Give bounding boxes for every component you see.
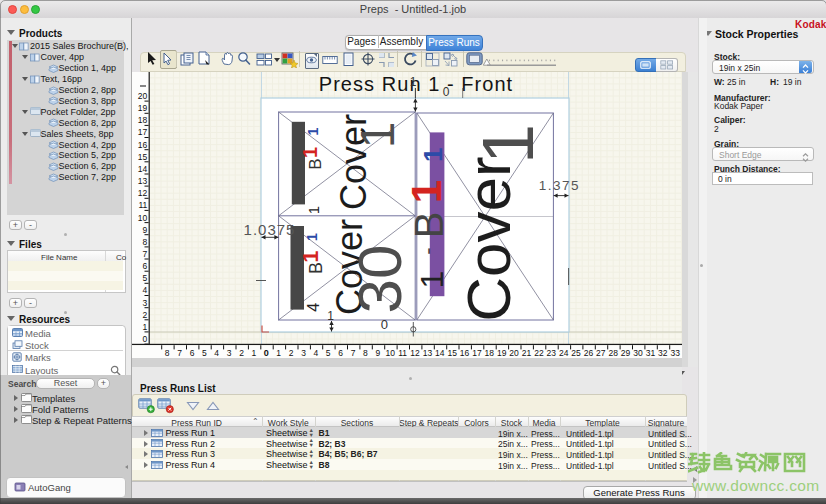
svg-text:1: 1 (304, 233, 320, 241)
svg-text:0: 0 (381, 317, 388, 332)
svg-text:5: 5 (326, 348, 331, 358)
svg-text:1: 1 (143, 322, 148, 332)
svg-text:1: 1 (351, 122, 404, 149)
svg-text:1: 1 (403, 180, 450, 203)
svg-text:24: 24 (559, 348, 569, 358)
svg-text:29: 29 (621, 348, 631, 358)
svg-text:32: 32 (658, 348, 668, 358)
svg-text:4: 4 (214, 348, 219, 358)
svg-text:28: 28 (608, 348, 618, 358)
svg-text:5: 5 (202, 348, 207, 358)
svg-text:1: 1 (298, 250, 323, 262)
svg-text:8: 8 (143, 237, 148, 247)
svg-text:1: 1 (305, 206, 322, 214)
svg-text:1: 1 (418, 147, 448, 161)
svg-text:25: 25 (571, 348, 581, 358)
svg-text:19: 19 (138, 103, 148, 113)
svg-text:1: 1 (468, 124, 548, 164)
svg-text:11: 11 (138, 200, 147, 210)
svg-text:13: 13 (423, 348, 433, 358)
svg-text:16: 16 (138, 140, 148, 150)
svg-text:2: 2 (289, 348, 294, 358)
svg-text:14: 14 (138, 164, 148, 174)
svg-text:0: 0 (264, 348, 269, 358)
svg-text:12: 12 (410, 348, 420, 358)
svg-text:21: 21 (522, 348, 532, 358)
svg-text:20: 20 (509, 348, 519, 358)
svg-text:1.0375: 1.0375 (244, 221, 296, 238)
svg-text:1: 1 (410, 75, 417, 89)
svg-text:1: 1 (414, 271, 450, 289)
svg-text:14: 14 (435, 348, 445, 358)
svg-text:6: 6 (338, 348, 343, 358)
svg-text:2: 2 (143, 310, 148, 320)
svg-text:6: 6 (143, 261, 148, 271)
svg-text:1: 1 (327, 309, 334, 323)
svg-text:1: 1 (299, 147, 321, 158)
svg-text:27: 27 (596, 348, 606, 358)
svg-text:Cover: Cover (454, 156, 523, 321)
svg-text:4: 4 (314, 348, 319, 358)
svg-text:15: 15 (138, 152, 148, 162)
svg-text:11: 11 (398, 348, 407, 358)
svg-text:1: 1 (305, 127, 321, 135)
svg-text:0: 0 (143, 334, 148, 344)
svg-text:30: 30 (633, 348, 643, 358)
svg-text:10: 10 (385, 348, 395, 358)
svg-text:1.375: 1.375 (539, 178, 580, 193)
svg-text:7: 7 (143, 249, 148, 259)
svg-text:18: 18 (138, 115, 148, 125)
svg-text:0: 0 (443, 85, 450, 99)
svg-text:4: 4 (305, 303, 322, 312)
svg-text:6: 6 (190, 348, 195, 358)
svg-text:B: B (306, 158, 325, 169)
svg-text:10: 10 (138, 213, 148, 223)
svg-text:B: B (306, 262, 326, 274)
svg-text:B: B (407, 212, 451, 239)
svg-text:8: 8 (165, 348, 170, 358)
svg-text:7: 7 (177, 348, 182, 358)
svg-text:3: 3 (227, 348, 232, 358)
svg-text:1: 1 (276, 348, 281, 358)
svg-text:23: 23 (547, 348, 557, 358)
svg-text:20: 20 (138, 91, 148, 101)
svg-text:15: 15 (447, 348, 457, 358)
svg-text:31: 31 (646, 348, 656, 358)
svg-text:13: 13 (138, 176, 148, 186)
svg-text:9: 9 (375, 348, 380, 358)
svg-text:8: 8 (363, 348, 368, 358)
svg-text:26: 26 (584, 348, 594, 358)
svg-text:3: 3 (143, 298, 148, 308)
svg-text:9: 9 (143, 225, 148, 235)
svg-text:-: - (415, 247, 440, 254)
svg-text:3: 3 (301, 348, 306, 358)
svg-text:19: 19 (497, 348, 507, 358)
svg-text:17: 17 (138, 127, 148, 137)
svg-text:1: 1 (252, 348, 257, 358)
svg-text:22: 22 (534, 348, 544, 358)
svg-text:17: 17 (472, 348, 482, 358)
svg-text:18: 18 (485, 348, 495, 358)
svg-text:16: 16 (460, 348, 470, 358)
svg-text:2: 2 (239, 348, 244, 358)
svg-text:5: 5 (143, 273, 148, 283)
svg-text:4: 4 (143, 285, 148, 295)
svg-text:30: 30 (345, 245, 414, 314)
svg-text:12: 12 (138, 188, 148, 198)
svg-text:7: 7 (351, 348, 356, 358)
svg-text:33: 33 (670, 348, 680, 358)
